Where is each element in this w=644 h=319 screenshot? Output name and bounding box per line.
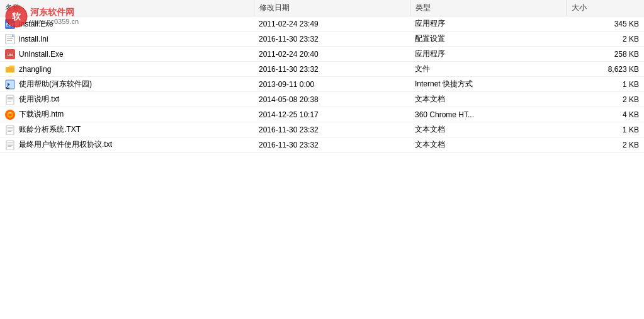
file-name-cell: install.Ini xyxy=(0,32,254,47)
file-icon-txt xyxy=(5,125,15,135)
svg-rect-16 xyxy=(8,100,13,100)
svg-rect-15 xyxy=(8,98,13,99)
col-header-type[interactable]: 类型 xyxy=(410,0,566,16)
file-size: 2 KB xyxy=(566,92,644,107)
svg-rect-7 xyxy=(7,40,12,41)
file-date: 2016-11-30 23:32 xyxy=(254,122,410,137)
file-name-cell: zhangling xyxy=(0,62,254,77)
svg-rect-23 xyxy=(8,127,13,128)
file-type: 文本文档 xyxy=(410,92,566,107)
table-row[interactable]: 使用说明.txt 2014-05-08 20:38 文本文档 2 KB xyxy=(0,92,644,107)
svg-text:软: 软 xyxy=(11,11,21,21)
watermark: 软 河东软件网 www.pc0359.cn xyxy=(5,5,79,28)
file-size: 345 KB xyxy=(566,16,644,32)
table-row[interactable]: 最终用户软件使用权协议.txt 2016-11-30 23:32 文本文档 2 … xyxy=(0,137,644,153)
file-name-cell: 使用帮助(河东软件园) xyxy=(0,77,254,92)
file-name-cell: 下载说明.htm xyxy=(0,107,254,122)
col-header-date[interactable]: 修改日期 xyxy=(254,0,410,16)
file-name: 最终用户软件使用权协议.txt xyxy=(19,139,112,150)
file-size: 258 KB xyxy=(566,47,644,62)
svg-rect-24 xyxy=(8,129,13,129)
svg-point-21 xyxy=(9,112,11,113)
file-name: zhangling xyxy=(19,65,51,74)
table-row[interactable]: EXE install.Exe 2011-02-24 23:49 应用程序 34… xyxy=(0,16,644,32)
file-name: 账龄分析系统.TXT xyxy=(19,124,81,135)
table-row[interactable]: UN UnInstall.Exe 2011-02-24 20:40 应用程序 2… xyxy=(0,47,644,62)
file-type: 360 Chrome HT... xyxy=(410,107,566,122)
file-type: 配置设置 xyxy=(410,32,566,47)
file-name-cell: 最终用户软件使用权协议.txt xyxy=(0,137,254,153)
table-row[interactable]: 下载说明.htm 2014-12-25 10:17 360 Chrome HT.… xyxy=(0,107,644,122)
file-icon-txt xyxy=(5,140,15,150)
table-row[interactable]: 使用帮助(河东软件园) 2013-09-11 0:00 Internet 快捷方… xyxy=(0,77,644,92)
col-header-size[interactable]: 大小 xyxy=(566,0,644,16)
file-date: 2014-12-25 10:17 xyxy=(254,107,410,122)
file-name: 使用说明.txt xyxy=(19,94,59,105)
watermark-url: www.pc0359.cn xyxy=(30,18,79,26)
svg-rect-30 xyxy=(8,145,13,146)
file-date: 2016-11-30 23:32 xyxy=(254,137,410,153)
file-size: 8,623 KB xyxy=(566,62,644,77)
table-row[interactable]: 账龄分析系统.TXT 2016-11-30 23:32 文本文档 1 KB xyxy=(0,122,644,137)
svg-rect-31 xyxy=(8,146,11,147)
watermark-text-block: 河东软件网 www.pc0359.cn xyxy=(30,7,79,26)
svg-rect-12 xyxy=(6,88,9,89)
svg-rect-5 xyxy=(7,37,13,37)
file-name: 使用帮助(河东软件园) xyxy=(19,79,92,90)
file-size: 4 KB xyxy=(566,107,644,122)
file-date: 2016-11-30 23:32 xyxy=(254,32,410,47)
svg-rect-28 xyxy=(8,142,13,143)
file-type: 应用程序 xyxy=(410,16,566,32)
empty-area xyxy=(0,153,644,316)
file-icon-txt xyxy=(5,95,15,105)
file-name-cell: 账龄分析系统.TXT xyxy=(0,122,254,137)
watermark-logo: 软 xyxy=(5,5,28,28)
table-row[interactable]: zhangling 2016-11-30 23:32 文件 8,623 KB xyxy=(0,62,644,77)
file-date: 2011-02-24 23:49 xyxy=(254,16,410,32)
svg-text:UN: UN xyxy=(8,53,13,57)
svg-rect-26 xyxy=(8,131,11,132)
file-name-cell: UN UnInstall.Exe xyxy=(0,47,254,62)
file-date: 2016-11-30 23:32 xyxy=(254,62,410,77)
file-name: 下载说明.htm xyxy=(19,109,64,120)
file-icon-htm xyxy=(5,110,15,120)
file-name: install.Ini xyxy=(19,35,48,44)
file-date: 2014-05-08 20:38 xyxy=(254,92,410,107)
svg-rect-6 xyxy=(7,38,13,39)
file-type: 文本文档 xyxy=(410,137,566,153)
file-explorer: 名称 修改日期 类型 大小 EXE install.Exe 2011-02-24… xyxy=(0,0,644,319)
svg-rect-14 xyxy=(8,97,13,98)
file-date: 2013-09-11 0:00 xyxy=(254,77,410,92)
file-type: 应用程序 xyxy=(410,47,566,62)
file-size: 2 KB xyxy=(566,137,644,153)
file-name-cell: 使用说明.txt xyxy=(0,92,254,107)
watermark-site: 河东软件网 xyxy=(30,7,79,18)
table-row[interactable]: install.Ini 2016-11-30 23:32 配置设置 2 KB xyxy=(0,32,644,47)
file-type: 文本文档 xyxy=(410,122,566,137)
file-icon-uninstall: UN xyxy=(5,49,15,59)
file-size: 1 KB xyxy=(566,77,644,92)
svg-rect-25 xyxy=(8,130,13,130)
file-icon-folder xyxy=(5,64,15,74)
file-table: 名称 修改日期 类型 大小 EXE install.Exe 2011-02-24… xyxy=(0,0,644,153)
svg-rect-29 xyxy=(8,144,13,144)
file-icon-ini xyxy=(5,34,15,44)
table-header-row: 名称 修改日期 类型 大小 xyxy=(0,0,644,16)
file-type: Internet 快捷方式 xyxy=(410,77,566,92)
file-date: 2011-02-24 20:40 xyxy=(254,47,410,62)
file-size: 2 KB xyxy=(566,32,644,47)
file-size: 1 KB xyxy=(566,122,644,137)
file-type: 文件 xyxy=(410,62,566,77)
svg-rect-17 xyxy=(8,101,11,102)
file-icon-shortcut xyxy=(5,79,15,90)
file-name: UnInstall.Exe xyxy=(19,50,64,59)
